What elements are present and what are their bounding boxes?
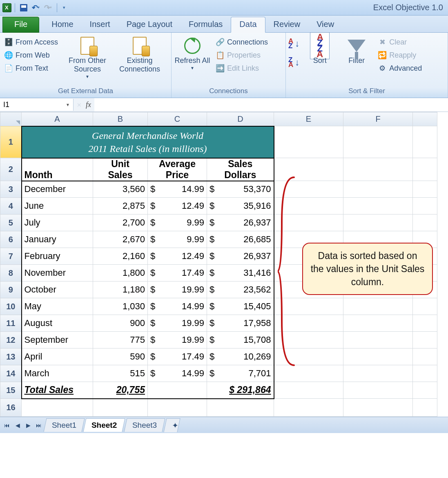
tab-nav-prev[interactable]: ◀ <box>13 421 22 429</box>
refresh-all-button[interactable]: Refresh All▼ <box>174 34 211 70</box>
cell-price[interactable]: $19.99 <box>148 315 207 332</box>
cell-sales[interactable]: $23,562 <box>207 281 274 298</box>
cell-price[interactable]: $9.99 <box>148 214 207 231</box>
cell-price[interactable]: $19.99 <box>148 332 207 348</box>
cell-month[interactable]: July <box>22 214 93 231</box>
row-header-16[interactable]: 16 <box>0 399 22 417</box>
cell-sales[interactable]: $26,937 <box>207 214 274 231</box>
sort-asc-button[interactable]: AZ↓ <box>288 38 299 49</box>
save-button[interactable] <box>18 3 29 13</box>
tab-nav-next[interactable]: ▶ <box>24 421 33 429</box>
reapply-button[interactable]: 🔁Reapply <box>376 50 423 60</box>
row-header-9[interactable]: 9 <box>0 281 22 298</box>
sort-button[interactable]: A ZZ A Sort <box>303 34 337 65</box>
row-header-12[interactable]: 12 <box>0 332 22 348</box>
cell-month[interactable]: February <box>22 248 93 265</box>
cell-sales[interactable]: $15,708 <box>207 332 274 348</box>
cell-price[interactable]: $19.99 <box>148 281 207 298</box>
cell-price[interactable]: $14.99 <box>148 298 207 315</box>
cell-units[interactable]: 2,670 <box>93 231 148 248</box>
tab-page-layout[interactable]: Page Layout <box>118 17 181 32</box>
col-header-C[interactable]: C <box>148 112 207 126</box>
col-header-blank[interactable] <box>413 112 437 126</box>
filter-button[interactable]: Filter <box>340 34 373 65</box>
cell-price[interactable]: $17.49 <box>148 348 207 365</box>
hdr-avg-price[interactable]: AveragePrice <box>148 158 207 181</box>
tab-insert[interactable]: Insert <box>82 17 118 32</box>
connections-button[interactable]: 🔗Connections <box>214 37 270 47</box>
cell-units[interactable]: 1,030 <box>93 298 148 315</box>
row-header-11[interactable]: 11 <box>0 315 22 332</box>
from-web-button[interactable]: 🌐From Web <box>2 50 60 60</box>
cell-sales[interactable]: $26,685 <box>207 231 274 248</box>
file-tab[interactable]: File <box>2 17 39 33</box>
tab-view[interactable]: View <box>308 17 342 32</box>
customize-qat-button[interactable]: ▾ <box>63 5 65 10</box>
cell-month[interactable]: August <box>22 315 93 332</box>
cell-units[interactable]: 900 <box>93 315 148 332</box>
cell-units[interactable]: 2,875 <box>93 198 148 214</box>
cell-month[interactable]: March <box>22 365 93 382</box>
col-header-D[interactable]: D <box>207 112 274 126</box>
total-price-empty[interactable] <box>148 382 207 399</box>
tab-formulas[interactable]: Formulas <box>181 17 231 32</box>
col-header-F[interactable]: F <box>343 112 413 126</box>
cell-sales[interactable]: $31,416 <box>207 265 274 281</box>
title-cell[interactable]: General Merchandise World 2011 Retail Sa… <box>22 126 274 158</box>
cell-month[interactable]: December <box>22 181 93 198</box>
col-header-B[interactable]: B <box>93 112 148 126</box>
fx-label[interactable]: fx <box>86 101 91 109</box>
tab-home[interactable]: Home <box>43 17 81 32</box>
name-box[interactable]: I1 ▼ <box>0 99 74 111</box>
tab-data[interactable]: Data <box>231 17 265 33</box>
total-units[interactable]: 20,755 <box>93 382 148 399</box>
name-box-dropdown-icon[interactable]: ▼ <box>66 103 70 107</box>
from-other-sources-button[interactable]: From Other Sources▼ <box>63 34 112 79</box>
sheet-tab-2[interactable]: Sheet2 <box>83 418 125 432</box>
cell-units[interactable]: 1,800 <box>93 265 148 281</box>
cell-sales[interactable]: $17,958 <box>207 315 274 332</box>
cell-price[interactable]: $14.99 <box>148 365 207 382</box>
sheet-tab-1[interactable]: Sheet1 <box>43 418 85 432</box>
cell-units[interactable]: 1,180 <box>93 281 148 298</box>
cell-month[interactable]: June <box>22 198 93 214</box>
tab-review[interactable]: Review <box>265 17 309 32</box>
cell-month[interactable]: September <box>22 332 93 348</box>
row-header-15[interactable]: 15 <box>0 382 22 399</box>
col-header-A[interactable]: A <box>22 112 93 126</box>
cell-sales[interactable]: $35,916 <box>207 198 274 214</box>
tab-nav-last[interactable]: ⏭ <box>34 421 43 429</box>
col-header-E[interactable]: E <box>274 112 343 126</box>
select-all-button[interactable] <box>0 112 22 126</box>
clear-button[interactable]: ✖Clear <box>376 37 423 47</box>
existing-connections-button[interactable]: Existing Connections <box>115 34 164 74</box>
new-sheet-button[interactable]: ✦ <box>163 418 180 432</box>
cell-sales[interactable]: $10,269 <box>207 348 274 365</box>
edit-links-button[interactable]: ➡️Edit Links <box>214 63 270 74</box>
grid[interactable]: A B C D E F 1 General Merchandise World … <box>0 112 437 417</box>
sheet-tab-3[interactable]: Sheet3 <box>124 418 165 432</box>
cell-sales[interactable]: $53,370 <box>207 181 274 198</box>
cell-units[interactable]: 2,160 <box>93 248 148 265</box>
cell-units[interactable]: 515 <box>93 365 148 382</box>
sort-desc-button[interactable]: ZA↓ <box>288 57 299 68</box>
properties-button[interactable]: 📋Properties <box>214 50 270 60</box>
row-header-14[interactable]: 14 <box>0 365 22 382</box>
from-text-button[interactable]: 📄From Text <box>2 63 60 74</box>
cell-price[interactable]: $17.49 <box>148 265 207 281</box>
tab-nav-first[interactable]: ⏮ <box>2 421 11 429</box>
cell-month[interactable]: May <box>22 298 93 315</box>
advanced-button[interactable]: ⚙Advanced <box>376 63 423 74</box>
total-sales[interactable]: $ 291,864 <box>207 382 274 399</box>
hdr-unit-sales[interactable]: UnitSales <box>93 158 148 181</box>
row-header-8[interactable]: 8 <box>0 265 22 281</box>
row-header-13[interactable]: 13 <box>0 348 22 365</box>
hdr-sales-dollars[interactable]: SalesDollars <box>207 158 274 181</box>
cell-price[interactable]: $12.49 <box>148 248 207 265</box>
hdr-month[interactable]: Month <box>22 158 93 181</box>
cell-price[interactable]: $14.99 <box>148 181 207 198</box>
cell-sales[interactable]: $7,701 <box>207 365 274 382</box>
total-label[interactable]: Total Sales <box>22 382 93 399</box>
cell-price[interactable]: $12.49 <box>148 198 207 214</box>
redo-button[interactable]: ↷▼ <box>43 3 53 13</box>
